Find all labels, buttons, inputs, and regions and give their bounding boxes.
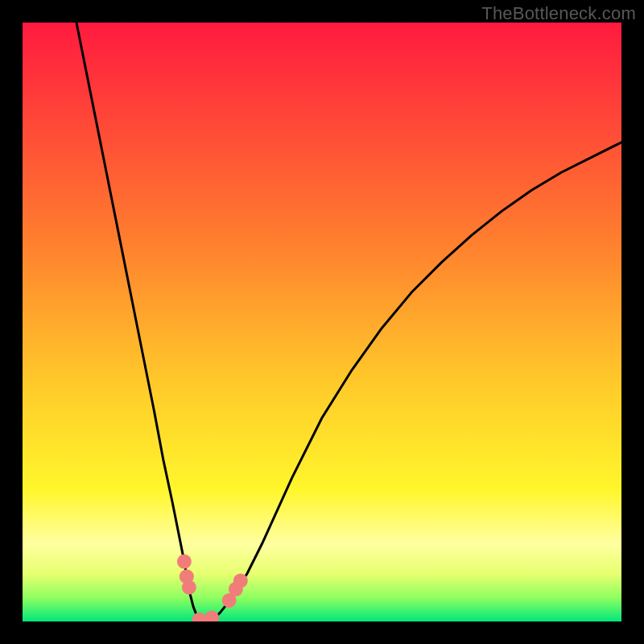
marker-group: [177, 555, 248, 621]
marker-point-e: [192, 613, 206, 621]
chart-svg: [23, 23, 621, 621]
marker-point-h: [233, 573, 248, 588]
marker-point-d: [204, 611, 219, 621]
marker-point-a: [177, 555, 192, 569]
attribution-label: TheBottleneck.com: [481, 3, 636, 24]
marker-point-c: [182, 580, 196, 595]
bottleneck-curve: [76, 23, 621, 621]
chart-frame: TheBottleneck.com: [0, 0, 644, 644]
plot-area: [23, 23, 621, 621]
curve-path: [76, 23, 621, 621]
